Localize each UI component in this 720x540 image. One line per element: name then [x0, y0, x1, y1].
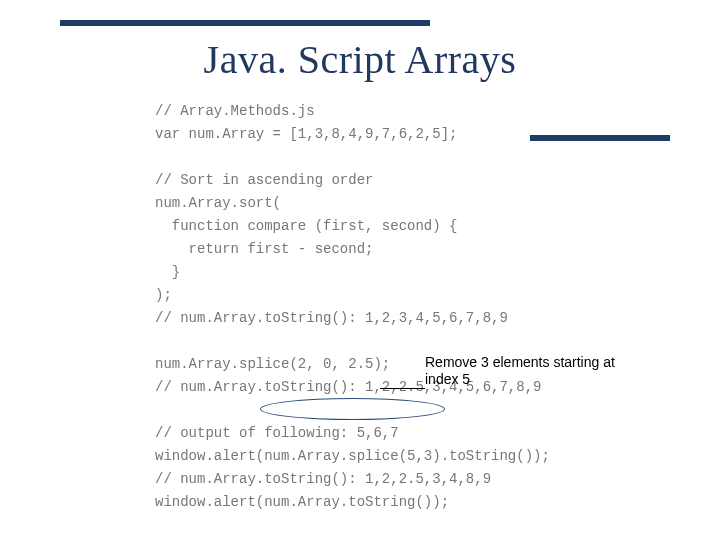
code-line: ); — [155, 287, 172, 303]
code-line: function compare (first, second) { — [155, 218, 457, 234]
code-line: // Array.Methods.js — [155, 103, 315, 119]
code-line: var num.Array = [1,3,8,4,9,7,6,2,5]; — [155, 126, 457, 142]
callout-text: Remove 3 elements starting at index 5 — [425, 354, 615, 388]
top-rule — [60, 20, 430, 26]
code-block: // Array.Methods.js var num.Array = [1,3… — [155, 100, 665, 514]
code-line: // num.Array.toString(): 1,2,2.5,3,4,8,9 — [155, 471, 491, 487]
slide: Java. Script Arrays // Array.Methods.js … — [0, 0, 720, 540]
callout-connector — [380, 388, 425, 389]
code-line: window.alert(num.Array.splice(5,3).toStr… — [155, 448, 550, 464]
slide-title: Java. Script Arrays — [55, 36, 665, 83]
code-line: // output of following: 5,6,7 — [155, 425, 399, 441]
code-line: num.Array.sort( — [155, 195, 281, 211]
code-line: } — [155, 264, 180, 280]
code-line: // Sort in ascending order — [155, 172, 373, 188]
code-line: num.Array.splice(2, 0, 2.5); — [155, 356, 390, 372]
highlight-ellipse — [260, 398, 445, 420]
code-line: return first - second; — [155, 241, 373, 257]
code-line: // num.Array.toString(): 1,2,3,4,5,6,7,8… — [155, 310, 508, 326]
code-line: window.alert(num.Array.toString()); — [155, 494, 449, 510]
